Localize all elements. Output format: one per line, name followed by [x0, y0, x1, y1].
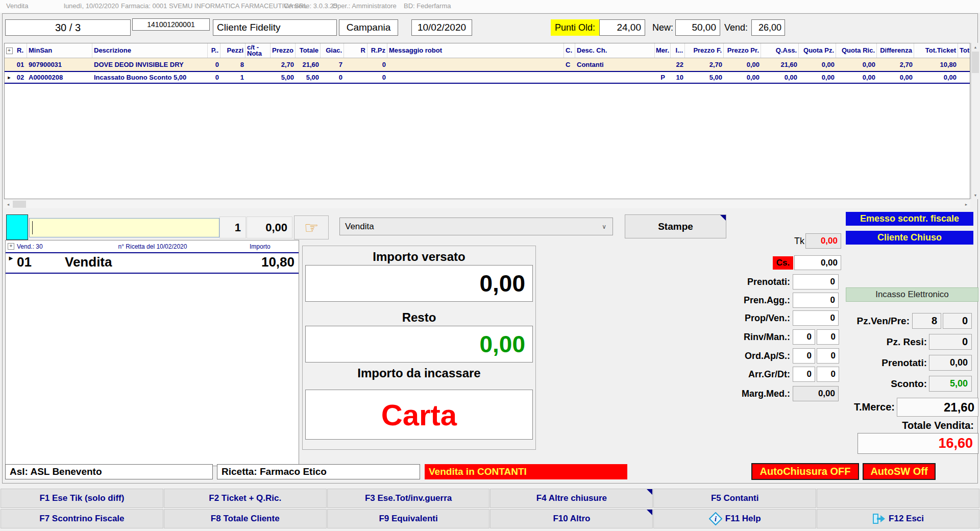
cell-quota-ric: 0,00 — [836, 58, 877, 71]
cell-giac: 0 — [321, 72, 344, 83]
fkey-f3[interactable]: F3 Ese.Tot/inv.guerra — [327, 489, 490, 508]
field-input-ord-ap-s-1[interactable]: 0 — [793, 348, 815, 364]
field-input-pren-agg[interactable]: 0 — [793, 293, 839, 308]
column-header-c[interactable]: C. — [564, 43, 575, 58]
column-header-r[interactable]: R — [344, 43, 368, 58]
column-header-prezzo[interactable]: Prezzo — [271, 43, 296, 58]
importo-versato-label: Importo versato — [303, 250, 535, 264]
sale-row[interactable]: ► 01 Vendita 10,80 — [6, 252, 299, 274]
column-header-r[interactable]: R. — [14, 43, 27, 58]
cell-q-ass: 0,00 — [761, 72, 799, 83]
table-body: 01907900031DOVE DEOD INVISIBLE DRY082,70… — [5, 58, 970, 84]
field-input-arr-gr-dt-2[interactable]: 0 — [817, 367, 839, 382]
svg-text:i: i — [715, 515, 717, 523]
grid-corner: + — [5, 43, 14, 58]
fkey-f10[interactable]: F10 Altro — [490, 509, 653, 528]
client-type-box[interactable]: Cliente Fidelity — [213, 19, 337, 36]
fkey-f4[interactable]: F4 Altre chiusure — [490, 489, 653, 508]
fkey-f11[interactable]: iF11 Help — [653, 509, 816, 528]
vertical-scroll-thumb[interactable] — [972, 52, 979, 73]
column-header-prezzo-pr[interactable]: Prezzo Pr. — [724, 43, 761, 58]
incasso-elettronico-button[interactable]: Incasso Elettronico — [846, 287, 978, 302]
importo-versato-field[interactable]: 0,00 — [305, 265, 533, 302]
punti-vend-value[interactable]: 26,00 — [751, 19, 785, 36]
punti-new-value[interactable]: 50,00 — [675, 19, 720, 36]
column-header-messaggio-robot[interactable]: Messaggio robot — [387, 43, 564, 58]
column-header-c-t-nota[interactable]: c/t - Nota — [246, 43, 271, 58]
field-input-arr-gr-dt-1[interactable]: 0 — [793, 367, 815, 382]
column-header-pezzi[interactable]: Pezzi — [220, 43, 246, 58]
tk-field[interactable]: 0,00 — [805, 233, 841, 249]
column-header-minsan[interactable]: MinSan — [27, 43, 92, 58]
autochiusura-toggle[interactable]: AutoChiusura OFF — [751, 463, 859, 480]
fkey-f9[interactable]: F9 Equivalenti — [327, 509, 490, 528]
product-code-input[interactable] — [29, 218, 219, 237]
column-header-q-ass[interactable]: Q.Ass. — [761, 43, 799, 58]
stampe-button[interactable]: Stampe — [625, 214, 726, 238]
horizontal-scroll-thumb[interactable] — [13, 201, 26, 208]
fkey-f7[interactable]: F7 Scontrino Fiscale — [1, 509, 163, 528]
ricetta-field[interactable]: Ricetta: Farmaco Etico — [217, 464, 420, 479]
quantity-box[interactable]: 1 — [219, 216, 246, 238]
column-header-p[interactable]: P.. — [208, 43, 220, 58]
table-row[interactable]: ►02A00000208Incassato Buono Sconto 5,000… — [5, 71, 970, 84]
scroll-up-icon[interactable]: ▲ — [971, 43, 979, 51]
corner-triangle-icon — [647, 489, 652, 495]
fkey-f8[interactable]: F8 Totale Cliente — [164, 509, 327, 528]
amount-box[interactable]: 0,00 — [247, 216, 292, 238]
expand-all-icon[interactable]: + — [6, 47, 13, 54]
app-title: Vendita — [6, 2, 28, 10]
column-header-mer[interactable]: Mer. — [655, 43, 671, 58]
text-caret — [32, 221, 33, 234]
operation-select[interactable]: Vendita ∨ — [339, 218, 613, 235]
column-header-giac[interactable]: Giac. — [321, 43, 344, 58]
cell-p: 0 — [208, 72, 220, 83]
autosw-toggle[interactable]: AutoSW Off — [863, 463, 936, 480]
vertical-scrollbar[interactable]: ▲ ▼ — [971, 43, 979, 199]
help-icon-wrap: i — [709, 512, 722, 525]
exit-icon — [872, 513, 886, 524]
field-input-prenotati[interactable]: 0 — [793, 274, 839, 289]
cell-mer: P — [655, 72, 671, 83]
cell-pezzi: 1 — [220, 72, 246, 83]
date-box[interactable]: 10/02/2020 — [411, 19, 472, 36]
fidelity-code-box[interactable]: 141001200001 — [132, 18, 210, 31]
column-header-descrizione[interactable]: Descrizione — [92, 43, 208, 58]
fkey-f5[interactable]: F5 Contanti — [653, 489, 816, 508]
column-header-tot-ticket[interactable]: Tot.Ticket — [914, 43, 958, 58]
cell-giac: 7 — [321, 58, 344, 71]
scroll-right-icon[interactable]: ► — [962, 200, 970, 208]
region-box[interactable]: Campania — [339, 19, 398, 36]
table-row[interactable]: 01907900031DOVE DEOD INVISIBLE DRY082,70… — [5, 58, 970, 71]
cell-r-pz: 0 — [368, 72, 387, 83]
fkey-f2[interactable]: F2 Ticket + Q.Ric. — [164, 489, 327, 508]
cs-field[interactable]: 0,00 — [794, 255, 841, 270]
field-input-ord-ap-s-2[interactable]: 0 — [817, 348, 839, 364]
column-header-desc-ch[interactable]: Desc. Ch. — [575, 43, 655, 58]
column-header-differenza[interactable]: Differenza — [877, 43, 914, 58]
titlebar-pharmacy: Farmacia: 0001 SVEMU INFORMATICA FARMACE… — [121, 2, 307, 10]
column-header-i[interactable]: I... — [671, 43, 685, 58]
field-label-marg-med: Marg.Med.: — [694, 386, 790, 401]
field-input-rinv-man-2[interactable]: 0 — [817, 329, 839, 345]
punti-old-value[interactable]: 24,00 — [599, 19, 645, 36]
fkey-f1[interactable]: F1 Ese Tik (solo diff) — [1, 489, 163, 508]
column-header-totale[interactable]: Totale — [296, 43, 321, 58]
asl-field[interactable]: Asl: ASL Benevento — [5, 464, 213, 479]
column-header-prezzo-f[interactable]: Prezzo F. — [685, 43, 724, 58]
cell-prezzo: 2,70 — [271, 58, 296, 71]
column-header-tot-r[interactable]: Tot.R — [958, 43, 970, 58]
fkey-label: F12 Esci — [889, 514, 924, 524]
column-header-r-pz[interactable]: R.Pz — [368, 43, 387, 58]
function-keys-row-2: F7 Scontrino FiscaleF8 Totale ClienteF9 … — [1, 509, 979, 528]
sale-counter-box[interactable]: 30 / 3 — [5, 19, 131, 36]
field-input-rinv-man-1[interactable]: 0 — [793, 329, 815, 345]
scroll-down-icon[interactable]: ▼ — [971, 191, 979, 199]
scroll-left-icon[interactable]: ◄ — [4, 200, 12, 208]
fkey-f12[interactable]: F12 Esci — [817, 509, 979, 528]
column-header-quota-ric[interactable]: Quota Ric. — [836, 43, 877, 58]
horizontal-scrollbar[interactable]: ◄ ► — [4, 200, 970, 208]
cell-quota-pz: 0,00 — [799, 72, 836, 83]
column-header-quota-pz[interactable]: Quota Pz. — [799, 43, 836, 58]
pointing-hand-button[interactable]: ☞ — [294, 215, 329, 239]
